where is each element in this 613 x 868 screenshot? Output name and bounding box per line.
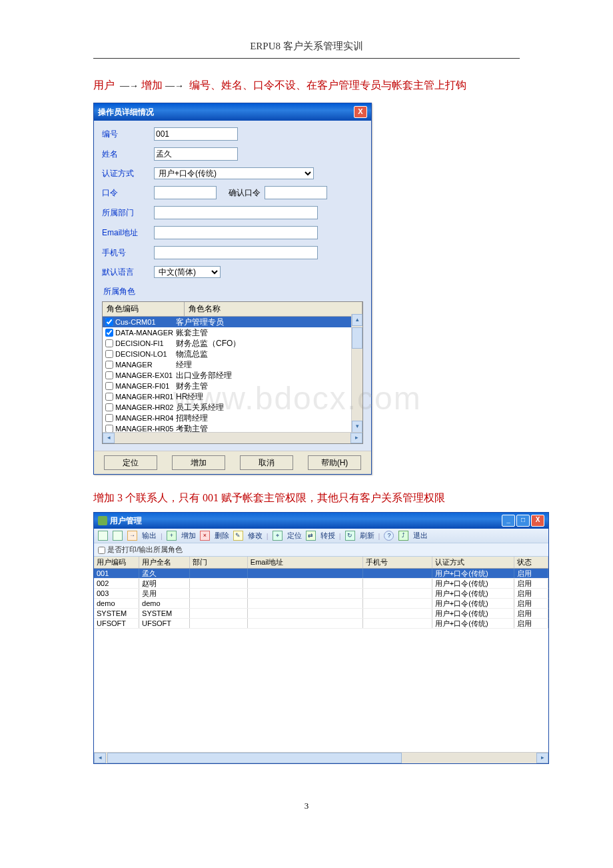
- role-name: 账套主管: [176, 327, 361, 339]
- instr1-p1: 用户: [93, 79, 117, 91]
- horizontal-scrollbar[interactable]: ◂ ▸: [103, 432, 362, 443]
- role-row[interactable]: MANAGER-FI01财务主管: [103, 381, 362, 391]
- role-row[interactable]: MANAGER-HR01HR经理: [103, 391, 362, 402]
- col-phone[interactable]: 手机号: [363, 557, 432, 568]
- refresh-icon[interactable]: ↻: [345, 531, 355, 541]
- role-code-header[interactable]: 角色编码: [103, 302, 185, 316]
- col-fullname[interactable]: 用户全名: [139, 557, 190, 568]
- scroll-thumb[interactable]: [107, 753, 402, 763]
- vertical-scrollbar[interactable]: ▴ ▾: [351, 314, 362, 433]
- col-email[interactable]: Email地址: [248, 557, 363, 568]
- edit-icon[interactable]: ✎: [233, 531, 243, 541]
- maximize-icon[interactable]: □: [516, 515, 530, 527]
- role-row[interactable]: DECISION-LO1物流总监: [103, 349, 362, 359]
- print-icon[interactable]: [98, 531, 108, 541]
- role-code: DECISION-FI1: [115, 339, 164, 347]
- table-row[interactable]: 003吴用用户+口令(传统)启用: [94, 589, 548, 599]
- scroll-left-icon[interactable]: ◂: [103, 433, 115, 443]
- cell-email: [248, 569, 363, 578]
- scroll-right-icon[interactable]: ▸: [350, 433, 362, 443]
- scroll-thumb[interactable]: [352, 327, 362, 349]
- scroll-left-icon[interactable]: ◂: [94, 753, 106, 763]
- dept-input[interactable]: [154, 206, 318, 219]
- transfer-icon[interactable]: ⇄: [306, 531, 316, 541]
- cell-usercode: 001: [94, 569, 139, 578]
- col-status[interactable]: 状态: [514, 557, 548, 568]
- preview-icon[interactable]: [113, 531, 123, 541]
- tb-edit[interactable]: 修改: [248, 531, 263, 541]
- role-checkbox[interactable]: [105, 329, 113, 337]
- pw-input[interactable]: [154, 186, 217, 199]
- scroll-up-icon[interactable]: ▴: [352, 314, 362, 326]
- cell-auth: 用户+口令(传统): [432, 599, 514, 608]
- col-auth[interactable]: 认证方式: [432, 557, 514, 568]
- help-button[interactable]: 帮助(H): [308, 455, 361, 470]
- table-row[interactable]: 002赵明用户+口令(传统)启用: [94, 579, 548, 589]
- col-usercode[interactable]: 用户编码: [94, 557, 139, 568]
- cell-dept: [190, 589, 248, 598]
- minimize-icon[interactable]: _: [502, 515, 515, 527]
- tb-transfer[interactable]: 转授: [320, 531, 335, 541]
- col-dept[interactable]: 部门: [190, 557, 248, 568]
- tb-locate[interactable]: 定位: [287, 531, 302, 541]
- role-name-header[interactable]: 角色名称: [185, 302, 362, 316]
- table-row[interactable]: SYSTEMSYSTEM用户+口令(传统)启用: [94, 609, 548, 619]
- tb-refresh[interactable]: 刷新: [360, 531, 374, 541]
- add-button[interactable]: 增加: [172, 455, 225, 470]
- role-row[interactable]: DATA-MANAGER账套主管: [103, 327, 362, 338]
- role-code: MANAGER: [115, 361, 153, 369]
- delete-icon[interactable]: ×: [200, 531, 210, 541]
- close-icon[interactable]: X: [531, 515, 544, 527]
- cell-dept: [190, 609, 248, 618]
- email-input[interactable]: [154, 226, 318, 239]
- role-checkbox[interactable]: [105, 339, 113, 347]
- cell-email: [248, 599, 363, 608]
- role-code: Cus-CRM01: [115, 318, 156, 326]
- role-row[interactable]: DECISION-FI1财务总监（CFO）: [103, 338, 362, 349]
- name-input[interactable]: [154, 147, 238, 161]
- cancel-button[interactable]: 取消: [240, 455, 293, 470]
- export-icon[interactable]: →: [127, 531, 137, 541]
- auth-select[interactable]: 用户+口令(传统): [154, 167, 314, 179]
- scroll-down-icon[interactable]: ▾: [352, 421, 362, 433]
- tb-export[interactable]: 输出: [142, 531, 157, 541]
- table-row[interactable]: 001孟久用户+口令(传统)启用: [94, 569, 548, 579]
- role-row[interactable]: MANAGER-HR02员工关系经理: [103, 402, 362, 413]
- pw2-input[interactable]: [265, 186, 327, 199]
- add-icon[interactable]: +: [167, 531, 177, 541]
- role-row[interactable]: Cus-CRM01客户管理专员: [103, 317, 362, 327]
- close-icon[interactable]: X: [354, 106, 367, 118]
- cell-dept: [190, 619, 248, 628]
- role-checkbox[interactable]: [105, 361, 113, 369]
- phone-input[interactable]: [154, 246, 318, 259]
- help-icon[interactable]: ?: [384, 531, 394, 541]
- role-checkbox[interactable]: [105, 350, 113, 358]
- tb-exit[interactable]: 退出: [413, 531, 428, 541]
- id-input[interactable]: [154, 127, 238, 141]
- role-checkbox[interactable]: [105, 414, 113, 422]
- tb-add[interactable]: 增加: [181, 531, 196, 541]
- cell-status: 启用: [514, 579, 548, 588]
- table-row[interactable]: demodemo用户+口令(传统)启用: [94, 599, 548, 609]
- role-row[interactable]: MANAGER-HR04招聘经理: [103, 413, 362, 423]
- print-roles-checkbox[interactable]: [98, 547, 105, 554]
- role-checkbox[interactable]: [105, 318, 113, 326]
- role-row[interactable]: MANAGER-EX01出口业务部经理: [103, 370, 362, 381]
- role-name: 招聘经理: [176, 413, 361, 424]
- locate-icon[interactable]: ⌖: [273, 531, 283, 541]
- role-checkbox[interactable]: [105, 393, 113, 401]
- cell-email: [248, 619, 363, 628]
- lang-select[interactable]: 中文(简体): [154, 266, 221, 278]
- role-name: 经理: [176, 359, 361, 371]
- role-checkbox[interactable]: [105, 403, 113, 411]
- cell-phone: [363, 599, 432, 608]
- role-checkbox[interactable]: [105, 382, 113, 390]
- role-checkbox[interactable]: [105, 371, 113, 379]
- exit-icon[interactable]: ⤴: [398, 531, 408, 541]
- role-row[interactable]: MANAGER经理: [103, 359, 362, 370]
- table-row[interactable]: UFSOFTUFSOFT用户+口令(传统)启用: [94, 619, 548, 629]
- tb-del[interactable]: 删除: [215, 531, 229, 541]
- locate-button[interactable]: 定位: [104, 455, 157, 470]
- horizontal-scrollbar[interactable]: ◂ ▸: [94, 752, 548, 763]
- scroll-right-icon[interactable]: ▸: [536, 753, 548, 763]
